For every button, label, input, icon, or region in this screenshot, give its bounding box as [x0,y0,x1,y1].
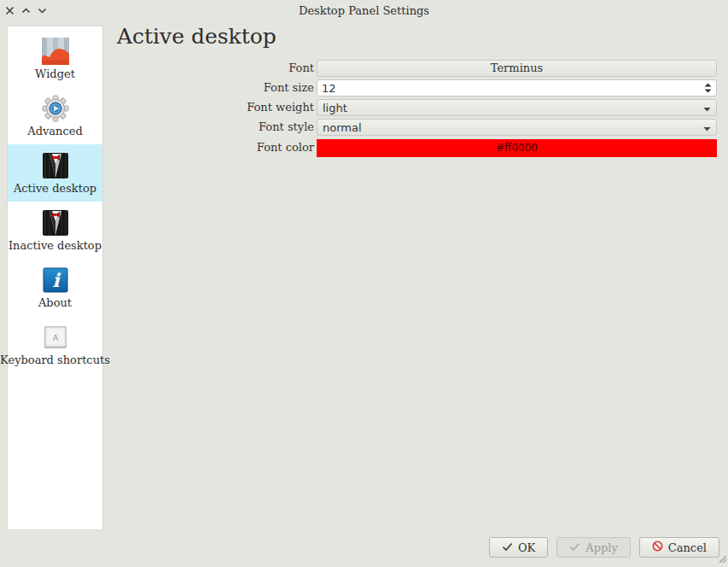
prohibition-icon [652,541,663,554]
font-style-value: normal [323,121,703,134]
check-icon [502,541,513,554]
tuxedo-icon [42,209,69,237]
font-style-label: Font style [128,119,317,136]
cancel-button-label: Cancel [668,541,707,554]
form-row-font-color: Font color #ff0000 [128,139,717,157]
font-weight-value: light [323,102,703,114]
widget-chart-icon [42,38,69,65]
font-color-button[interactable]: #ff0000 [317,139,717,157]
form-row-font-style: Font style normal [128,119,717,136]
form-row-font-weight: Font weight light [128,99,717,116]
font-button[interactable]: Terminus [317,60,717,77]
sidebar-item-label: Widget [35,67,75,80]
apply-button-label: Apply [585,541,618,554]
font-weight-dropdown[interactable]: light [317,99,717,116]
gear-icon [42,95,69,122]
sidebar-item-inactive-desktop[interactable]: Inactive desktop [8,202,102,259]
page-title: Active desktop [117,24,277,49]
info-icon: i [42,266,69,294]
sidebar-item-advanced[interactable]: Advanced [8,87,102,144]
sidebar-item-label: Active desktop [14,182,96,195]
titlebar: Desktop Panel Settings [0,0,728,20]
shade-up-icon[interactable] [21,6,31,15]
sidebar-item-widget[interactable]: Widget [8,30,102,87]
ok-button[interactable]: OK [489,537,548,558]
sidebar-item-active-desktop[interactable]: Active desktop [8,144,102,202]
font-size-label: Font size [128,79,317,96]
keyboard-key-icon: A [42,324,69,351]
check-icon [569,541,580,554]
sidebar-item-about[interactable]: i About [8,259,102,316]
chevron-down-icon [703,102,711,114]
tuxedo-icon [42,152,69,179]
chevron-down-icon [703,121,711,134]
dialog-footer: OK Apply Cancel [489,537,719,558]
font-color-label: Font color [128,139,317,157]
cancel-button[interactable]: Cancel [639,537,719,558]
window-controls [5,0,47,20]
resize-grip-icon[interactable] [717,553,727,566]
svg-text:A: A [52,333,58,342]
shade-down-icon[interactable] [38,6,47,15]
form-row-font: Font Terminus [128,60,717,77]
sidebar-item-label: About [38,296,72,309]
font-size-spinner[interactable]: 12 [317,79,717,96]
ok-button-label: OK [518,541,535,554]
sidebar-item-keyboard-shortcuts[interactable]: A Keyboard shortcuts [8,316,102,373]
desktop-panel-settings-window: { "window": { "title": "Desktop Panel Se… [0,0,728,567]
spinner-arrows-icon[interactable] [704,83,712,93]
sidebar-item-label: Inactive desktop [9,239,102,252]
font-size-value: 12 [322,82,704,95]
sidebar-item-label: Keyboard shortcuts [0,354,110,366]
form-row-font-size: Font size 12 [128,79,717,96]
font-style-dropdown[interactable]: normal [317,119,717,136]
close-icon[interactable] [5,6,15,15]
settings-sidebar: Widget Advanced [7,26,103,530]
window-title: Desktop Panel Settings [0,0,728,20]
font-weight-label: Font weight [128,99,317,116]
apply-button[interactable]: Apply [556,537,631,558]
sidebar-item-label: Advanced [27,125,82,137]
font-label: Font [128,60,317,77]
